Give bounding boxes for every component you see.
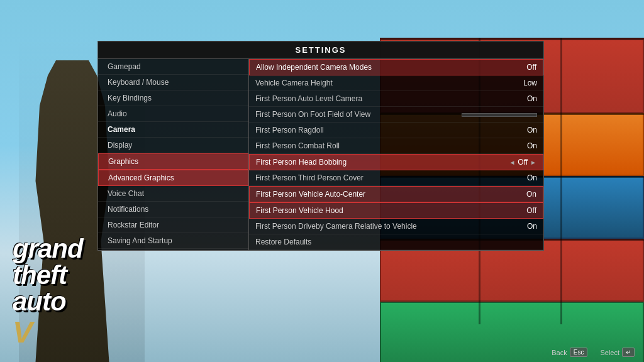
gta-line3: auto <box>13 288 83 315</box>
option-restore-defaults[interactable]: Restore Defaults <box>249 234 543 250</box>
option-value-vehicle-camera-height: Low <box>512 79 537 87</box>
nav-item-gamepad[interactable]: Gamepad <box>98 59 248 75</box>
option-fov[interactable]: First Person On Foot Field of View <box>249 107 543 123</box>
option-label-first-person-head-bobbing: First Person Head Bobbing <box>256 158 509 167</box>
settings-panel: SETTINGS Gamepad Keyboard / Mouse Key Bi… <box>97 41 544 251</box>
nav-panel: Gamepad Keyboard / Mouse Key Bindings Au… <box>98 59 249 250</box>
option-vehicle-camera-height[interactable]: Vehicle Camera Height Low <box>249 75 543 91</box>
fov-slider-bar <box>462 113 537 117</box>
option-label-first-person-ragdoll: First Person Ragdoll <box>255 126 512 134</box>
nav-item-saving[interactable]: Saving And Startup <box>98 233 248 249</box>
select-key-badge[interactable]: ↵ <box>622 348 635 357</box>
settings-title: SETTINGS <box>98 41 543 59</box>
option-value-first-person-ragdoll: On <box>512 126 537 134</box>
option-label-vehicle-camera-height: Vehicle Camera Height <box>255 79 512 87</box>
settings-content: Gamepad Keyboard / Mouse Key Bindings Au… <box>98 59 543 250</box>
nav-item-advanced-graphics[interactable]: Advanced Graphics <box>98 170 248 186</box>
option-label-first-person-combat-roll: First Person Combat Roll <box>255 141 512 150</box>
nav-item-audio[interactable]: Audio <box>98 106 248 122</box>
options-panel: Allow Independent Camera Modes Off Vehic… <box>249 59 543 250</box>
nav-item-graphics[interactable]: Graphics <box>98 153 248 170</box>
right-arrow-icon: ► <box>530 159 536 166</box>
option-first-person-ragdoll[interactable]: First Person Ragdoll On <box>249 123 543 138</box>
gta-logo: grand theft auto V <box>13 236 83 349</box>
option-value-first-person-auto-level: On <box>512 94 537 103</box>
nav-item-keyboard[interactable]: Keyboard / Mouse <box>98 75 248 90</box>
option-value-first-person-combat-roll: On <box>512 141 537 150</box>
option-value-first-person-head-bobbing: ◄ Off ► <box>509 158 536 167</box>
option-first-person-vehicle-auto-center[interactable]: First Person Vehicle Auto-Center On <box>249 186 543 202</box>
nav-item-camera[interactable]: Camera <box>98 122 248 138</box>
option-label-fov: First Person On Foot Field of View <box>255 110 462 119</box>
back-hint: Back Esc <box>552 348 587 357</box>
head-bobbing-value: Off <box>518 158 528 167</box>
option-first-person-third-person-cover[interactable]: First Person Third Person Cover On <box>249 170 543 186</box>
nav-item-display[interactable]: Display <box>98 138 248 153</box>
back-label: Back <box>552 349 567 356</box>
option-first-person-vehicle-hood[interactable]: First Person Vehicle Hood Off <box>249 202 543 219</box>
option-first-person-driveby[interactable]: First Person Driveby Camera Relative to … <box>249 219 543 234</box>
gta-line2: theft <box>13 262 83 288</box>
gta-five-row: V <box>13 315 83 349</box>
nav-item-rockstar-editor[interactable]: Rockstar Editor <box>98 217 248 233</box>
option-value-first-person-driveby: On <box>512 222 537 231</box>
select-hint: Select ↵ <box>600 348 635 357</box>
option-label-first-person-auto-level: First Person Auto Level Camera <box>255 94 512 103</box>
left-arrow-icon: ◄ <box>509 159 515 166</box>
option-value-allow-independent: Off <box>511 63 536 72</box>
option-label-restore-defaults: Restore Defaults <box>255 238 512 246</box>
gta-logo-text: grand theft auto <box>13 236 83 315</box>
option-first-person-head-bobbing[interactable]: First Person Head Bobbing ◄ Off ► <box>249 154 543 170</box>
back-key-badge[interactable]: Esc <box>570 348 588 357</box>
option-label-first-person-vehicle-auto-center: First Person Vehicle Auto-Center <box>256 190 511 199</box>
option-first-person-auto-level[interactable]: First Person Auto Level Camera On <box>249 91 543 107</box>
select-label: Select <box>600 349 619 356</box>
option-value-fov <box>462 110 537 119</box>
gta-line1: grand <box>13 236 83 262</box>
option-label-first-person-vehicle-hood: First Person Vehicle Hood <box>256 206 511 215</box>
nav-item-notifications[interactable]: Notifications <box>98 202 248 217</box>
nav-item-keybindings[interactable]: Key Bindings <box>98 90 248 106</box>
option-value-first-person-vehicle-auto-center: On <box>511 190 536 199</box>
option-value-first-person-third-person-cover: On <box>512 173 537 182</box>
option-label-first-person-third-person-cover: First Person Third Person Cover <box>255 173 512 182</box>
bottom-bar: Back Esc Select ↵ <box>552 348 635 357</box>
option-allow-independent[interactable]: Allow Independent Camera Modes Off <box>249 59 543 75</box>
option-label-allow-independent: Allow Independent Camera Modes <box>256 63 511 72</box>
nav-item-voice-chat[interactable]: Voice Chat <box>98 186 248 202</box>
gta-logo-five: V <box>13 315 33 349</box>
option-value-first-person-vehicle-hood: Off <box>511 206 536 215</box>
option-label-first-person-driveby: First Person Driveby Camera Relative to … <box>255 222 512 231</box>
option-first-person-combat-roll[interactable]: First Person Combat Roll On <box>249 138 543 154</box>
